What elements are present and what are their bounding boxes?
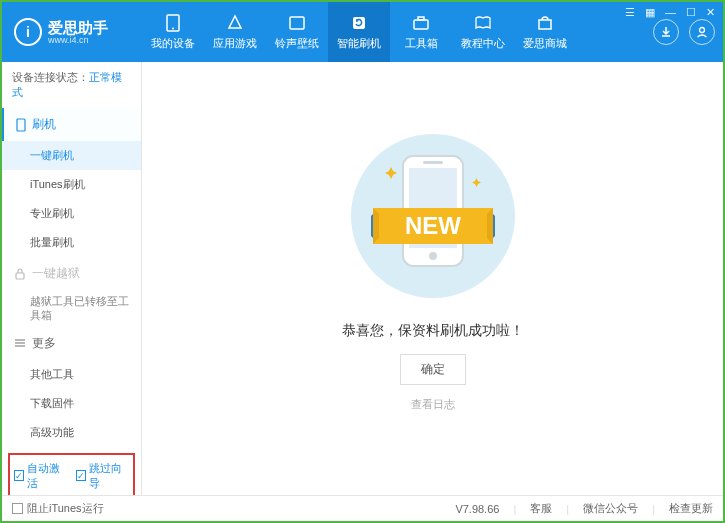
ribbon-text: NEW bbox=[405, 212, 461, 239]
nav-store[interactable]: 爱思商城 bbox=[514, 2, 576, 62]
svg-rect-6 bbox=[539, 20, 551, 29]
status-label: 设备连接状态： bbox=[12, 71, 89, 83]
app-name: 爱思助手 bbox=[48, 20, 108, 35]
ok-button[interactable]: 确定 bbox=[400, 354, 466, 385]
svg-marker-23 bbox=[487, 208, 493, 244]
nav-label: 工具箱 bbox=[405, 36, 438, 51]
svg-rect-2 bbox=[290, 17, 304, 29]
checkbox-label: 跳过向导 bbox=[89, 461, 129, 491]
wallpaper-icon bbox=[287, 14, 307, 32]
checkbox-label: 阻止iTunes运行 bbox=[27, 501, 104, 516]
svg-point-7 bbox=[700, 28, 705, 33]
version-label: V7.98.66 bbox=[455, 503, 499, 515]
separator: | bbox=[513, 503, 516, 515]
download-icon[interactable] bbox=[653, 19, 679, 45]
check-update-link[interactable]: 检查更新 bbox=[669, 501, 713, 516]
store-icon bbox=[535, 14, 555, 32]
nav-label: 应用游戏 bbox=[213, 36, 257, 51]
body: 设备连接状态：正常模式 刷机 一键刷机 iTunes刷机 专业刷机 批量刷机 一… bbox=[2, 62, 723, 495]
footer: 阻止iTunes运行 V7.98.66 | 客服 | 微信公众号 | 检查更新 bbox=[2, 495, 723, 521]
nav-ringtones[interactable]: 铃声壁纸 bbox=[266, 2, 328, 62]
sidebar-item-other-tools[interactable]: 其他工具 bbox=[2, 360, 141, 389]
nav-tutorials[interactable]: 教程中心 bbox=[452, 2, 514, 62]
svg-rect-4 bbox=[414, 20, 428, 29]
footer-left: 阻止iTunes运行 bbox=[12, 501, 104, 516]
wechat-link[interactable]: 微信公众号 bbox=[583, 501, 638, 516]
more-icon bbox=[14, 338, 26, 348]
footer-right: V7.98.66 | 客服 | 微信公众号 | 检查更新 bbox=[455, 501, 713, 516]
options-highlight-box: ✓ 自动激活 ✓ 跳过向导 bbox=[8, 453, 135, 495]
success-illustration: NEW bbox=[343, 126, 523, 306]
phone-small-icon bbox=[16, 118, 26, 132]
svg-rect-5 bbox=[418, 17, 424, 20]
sidebar-item-itunes-flash[interactable]: iTunes刷机 bbox=[2, 170, 141, 199]
sidebar-item-batch-flash[interactable]: 批量刷机 bbox=[2, 228, 141, 257]
connection-status: 设备连接状态：正常模式 bbox=[2, 62, 141, 108]
svg-marker-22 bbox=[373, 208, 379, 244]
phone-icon bbox=[163, 14, 183, 32]
section-more[interactable]: 更多 bbox=[2, 327, 141, 360]
jailbreak-note: 越狱工具已转移至工具箱 bbox=[2, 290, 141, 327]
logo-icon: i bbox=[14, 18, 42, 46]
section-label: 一键越狱 bbox=[32, 265, 80, 282]
nav-label: 教程中心 bbox=[461, 36, 505, 51]
checkbox-label: 自动激活 bbox=[27, 461, 67, 491]
nav-label: 爱思商城 bbox=[523, 36, 567, 51]
sidebar: 设备连接状态：正常模式 刷机 一键刷机 iTunes刷机 专业刷机 批量刷机 一… bbox=[2, 62, 142, 495]
support-link[interactable]: 客服 bbox=[530, 501, 552, 516]
svg-rect-8 bbox=[17, 119, 25, 131]
sidebar-item-advanced[interactable]: 高级功能 bbox=[2, 418, 141, 447]
logo-area: i 爱思助手 www.i4.cn bbox=[2, 18, 142, 46]
success-message: 恭喜您，保资料刷机成功啦！ bbox=[342, 322, 524, 340]
sidebar-item-oneclick-flash[interactable]: 一键刷机 bbox=[2, 141, 141, 170]
main-nav: 我的设备 应用游戏 铃声壁纸 智能刷机 工具箱 教程中心 bbox=[142, 2, 576, 62]
apps-icon bbox=[225, 14, 245, 32]
main-content: NEW 恭喜您，保资料刷机成功啦！ 确定 查看日志 bbox=[142, 62, 723, 495]
user-icon[interactable] bbox=[689, 19, 715, 45]
nav-flash[interactable]: 智能刷机 bbox=[328, 2, 390, 62]
header: ☰ ▦ — ☐ ✕ i 爱思助手 www.i4.cn 我的设备 应用游戏 bbox=[2, 2, 723, 62]
separator: | bbox=[652, 503, 655, 515]
flash-icon bbox=[349, 14, 369, 32]
checkbox-icon bbox=[12, 503, 23, 514]
nav-label: 铃声壁纸 bbox=[275, 36, 319, 51]
sidebar-item-download-fw[interactable]: 下载固件 bbox=[2, 389, 141, 418]
app-url: www.i4.cn bbox=[48, 35, 108, 45]
separator: | bbox=[566, 503, 569, 515]
nav-label: 我的设备 bbox=[151, 36, 195, 51]
checkbox-icon: ✓ bbox=[14, 470, 24, 481]
nav-my-device[interactable]: 我的设备 bbox=[142, 2, 204, 62]
header-right bbox=[653, 2, 715, 62]
checkbox-block-itunes[interactable]: 阻止iTunes运行 bbox=[12, 501, 104, 516]
toolbox-icon bbox=[411, 14, 431, 32]
svg-point-1 bbox=[172, 27, 174, 29]
svg-point-17 bbox=[429, 252, 437, 260]
checkbox-auto-activate[interactable]: ✓ 自动激活 bbox=[14, 461, 68, 491]
section-label: 更多 bbox=[32, 335, 56, 352]
section-flash[interactable]: 刷机 bbox=[2, 108, 141, 141]
svg-rect-18 bbox=[423, 161, 443, 164]
checkbox-icon: ✓ bbox=[76, 470, 86, 481]
nav-label: 智能刷机 bbox=[337, 36, 381, 51]
checkbox-skip-wizard[interactable]: ✓ 跳过向导 bbox=[76, 461, 130, 491]
app-window: ☰ ▦ — ☐ ✕ i 爱思助手 www.i4.cn 我的设备 应用游戏 bbox=[0, 0, 725, 523]
sidebar-item-pro-flash[interactable]: 专业刷机 bbox=[2, 199, 141, 228]
svg-rect-9 bbox=[16, 273, 24, 279]
section-jailbreak[interactable]: 一键越狱 bbox=[2, 257, 141, 290]
nav-apps[interactable]: 应用游戏 bbox=[204, 2, 266, 62]
lock-icon bbox=[14, 268, 26, 280]
menu-icon[interactable]: ☰ bbox=[623, 6, 637, 19]
nav-toolbox[interactable]: 工具箱 bbox=[390, 2, 452, 62]
section-label: 刷机 bbox=[32, 116, 56, 133]
book-icon bbox=[473, 14, 493, 32]
view-log-link[interactable]: 查看日志 bbox=[411, 397, 455, 412]
